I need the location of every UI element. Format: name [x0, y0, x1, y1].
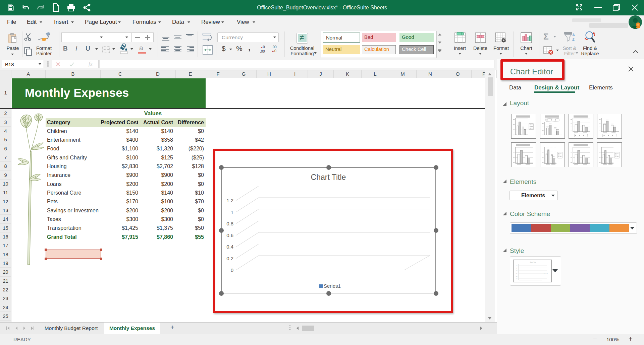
svg-text:0.8: 0.8 — [516, 270, 518, 272]
svg-text:1: 1 — [517, 268, 517, 269]
svg-text:A: A — [572, 33, 575, 37]
svg-text:0.2: 0.2 — [516, 278, 518, 280]
svg-text:Z: Z — [572, 37, 575, 41]
svg-text:1.2: 1.2 — [516, 265, 518, 266]
svg-text:0.4: 0.4 — [516, 276, 518, 277]
svg-text:Series1: Series1 — [544, 273, 548, 275]
svg-text:0.6: 0.6 — [516, 273, 518, 274]
